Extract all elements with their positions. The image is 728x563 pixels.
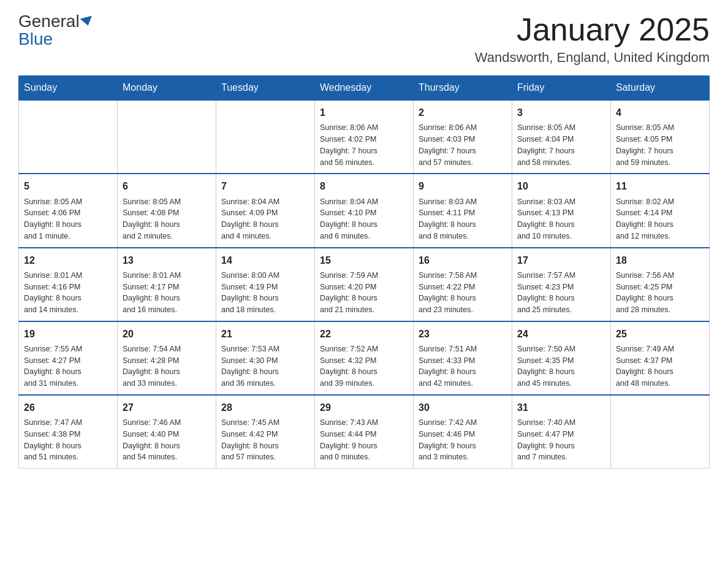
day-cell-23: 23Sunrise: 7:51 AM Sunset: 4:33 PM Dayli… <box>414 321 512 395</box>
day-cell-11: 11Sunrise: 8:02 AM Sunset: 4:14 PM Dayli… <box>611 174 710 247</box>
day-cell-9: 9Sunrise: 8:03 AM Sunset: 4:11 PM Daylig… <box>414 174 512 247</box>
day-number: 22 <box>320 327 408 341</box>
day-info: Sunrise: 7:56 AM Sunset: 4:25 PM Dayligh… <box>616 270 704 316</box>
day-info: Sunrise: 8:05 AM Sunset: 4:04 PM Dayligh… <box>517 122 605 168</box>
day-number: 29 <box>320 400 408 415</box>
day-info: Sunrise: 8:06 AM Sunset: 4:03 PM Dayligh… <box>419 122 507 168</box>
day-cell-12: 12Sunrise: 8:01 AM Sunset: 4:16 PM Dayli… <box>19 248 118 321</box>
day-number: 18 <box>616 253 704 267</box>
day-info: Sunrise: 7:50 AM Sunset: 4:35 PM Dayligh… <box>517 343 605 389</box>
day-cell-14: 14Sunrise: 8:00 AM Sunset: 4:19 PM Dayli… <box>216 248 315 321</box>
month-title: January 2025 <box>475 12 710 47</box>
day-number: 24 <box>517 327 605 341</box>
day-number: 27 <box>123 400 211 415</box>
day-number: 21 <box>221 327 309 341</box>
week-row-2: 5Sunrise: 8:05 AM Sunset: 4:06 PM Daylig… <box>19 174 710 247</box>
day-info: Sunrise: 8:04 AM Sunset: 4:10 PM Dayligh… <box>320 196 408 242</box>
day-number: 30 <box>419 400 507 415</box>
day-number: 13 <box>123 253 211 267</box>
day-info: Sunrise: 8:02 AM Sunset: 4:14 PM Dayligh… <box>616 196 704 242</box>
day-cell-26: 26Sunrise: 7:47 AM Sunset: 4:38 PM Dayli… <box>19 395 118 469</box>
day-info: Sunrise: 8:01 AM Sunset: 4:17 PM Dayligh… <box>123 270 211 316</box>
day-info: Sunrise: 7:59 AM Sunset: 4:20 PM Dayligh… <box>320 270 408 316</box>
day-number: 28 <box>221 400 309 415</box>
day-number: 6 <box>123 179 211 193</box>
day-cell-16: 16Sunrise: 7:58 AM Sunset: 4:22 PM Dayli… <box>414 248 512 321</box>
day-cell-27: 27Sunrise: 7:46 AM Sunset: 4:40 PM Dayli… <box>118 395 216 469</box>
day-number: 2 <box>419 105 507 120</box>
header-row: SundayMondayTuesdayWednesdayThursdayFrid… <box>19 76 710 101</box>
week-row-1: 1Sunrise: 8:06 AM Sunset: 4:02 PM Daylig… <box>19 100 710 174</box>
day-info: Sunrise: 8:01 AM Sunset: 4:16 PM Dayligh… <box>24 270 112 316</box>
empty-cell <box>216 100 315 174</box>
day-cell-24: 24Sunrise: 7:50 AM Sunset: 4:35 PM Dayli… <box>512 321 611 395</box>
header-cell-tuesday: Tuesday <box>216 76 315 101</box>
day-cell-21: 21Sunrise: 7:53 AM Sunset: 4:30 PM Dayli… <box>216 321 315 395</box>
day-cell-29: 29Sunrise: 7:43 AM Sunset: 4:44 PM Dayli… <box>315 395 414 469</box>
header-cell-saturday: Saturday <box>611 76 710 101</box>
week-row-5: 26Sunrise: 7:47 AM Sunset: 4:38 PM Dayli… <box>19 395 710 469</box>
empty-cell <box>19 100 118 174</box>
day-number: 1 <box>320 105 408 120</box>
header-cell-friday: Friday <box>512 76 611 101</box>
day-cell-31: 31Sunrise: 7:40 AM Sunset: 4:47 PM Dayli… <box>512 395 611 469</box>
empty-cell <box>118 100 216 174</box>
day-cell-30: 30Sunrise: 7:42 AM Sunset: 4:46 PM Dayli… <box>414 395 512 469</box>
calendar-table: SundayMondayTuesdayWednesdayThursdayFrid… <box>18 75 710 469</box>
day-cell-5: 5Sunrise: 8:05 AM Sunset: 4:06 PM Daylig… <box>19 174 118 247</box>
day-info: Sunrise: 7:57 AM Sunset: 4:23 PM Dayligh… <box>517 270 605 316</box>
day-cell-13: 13Sunrise: 8:01 AM Sunset: 4:17 PM Dayli… <box>118 248 216 321</box>
day-info: Sunrise: 8:05 AM Sunset: 4:08 PM Dayligh… <box>123 196 211 242</box>
day-info: Sunrise: 7:53 AM Sunset: 4:30 PM Dayligh… <box>221 343 309 389</box>
day-info: Sunrise: 7:55 AM Sunset: 4:27 PM Dayligh… <box>24 343 112 389</box>
logo-text-general: General <box>18 12 80 31</box>
day-number: 5 <box>24 179 112 193</box>
day-info: Sunrise: 8:06 AM Sunset: 4:02 PM Dayligh… <box>320 122 408 168</box>
day-number: 14 <box>221 253 309 267</box>
day-info: Sunrise: 7:47 AM Sunset: 4:38 PM Dayligh… <box>24 417 112 463</box>
day-number: 4 <box>616 105 704 120</box>
day-info: Sunrise: 8:03 AM Sunset: 4:13 PM Dayligh… <box>517 196 605 242</box>
logo-arrow-icon <box>80 16 94 28</box>
day-cell-3: 3Sunrise: 8:05 AM Sunset: 4:04 PM Daylig… <box>512 100 611 174</box>
header-cell-monday: Monday <box>118 76 216 101</box>
day-number: 7 <box>221 179 309 193</box>
day-cell-4: 4Sunrise: 8:05 AM Sunset: 4:05 PM Daylig… <box>611 100 710 174</box>
location: Wandsworth, England, United Kingdom <box>475 50 710 66</box>
day-number: 12 <box>24 253 112 267</box>
day-cell-1: 1Sunrise: 8:06 AM Sunset: 4:02 PM Daylig… <box>315 100 414 174</box>
page-header: General Blue January 2025 Wandsworth, En… <box>18 12 710 66</box>
day-number: 23 <box>419 327 507 341</box>
day-info: Sunrise: 7:52 AM Sunset: 4:32 PM Dayligh… <box>320 343 408 389</box>
day-info: Sunrise: 7:54 AM Sunset: 4:28 PM Dayligh… <box>123 343 211 389</box>
day-number: 25 <box>616 327 704 341</box>
day-info: Sunrise: 8:00 AM Sunset: 4:19 PM Dayligh… <box>221 270 309 316</box>
header-cell-thursday: Thursday <box>414 76 512 101</box>
day-number: 9 <box>419 179 507 193</box>
day-cell-2: 2Sunrise: 8:06 AM Sunset: 4:03 PM Daylig… <box>414 100 512 174</box>
logo-text-blue: Blue <box>18 30 53 49</box>
day-info: Sunrise: 7:42 AM Sunset: 4:46 PM Dayligh… <box>419 417 507 463</box>
day-cell-17: 17Sunrise: 7:57 AM Sunset: 4:23 PM Dayli… <box>512 248 611 321</box>
day-cell-22: 22Sunrise: 7:52 AM Sunset: 4:32 PM Dayli… <box>315 321 414 395</box>
day-info: Sunrise: 7:46 AM Sunset: 4:40 PM Dayligh… <box>123 417 211 463</box>
day-cell-8: 8Sunrise: 8:04 AM Sunset: 4:10 PM Daylig… <box>315 174 414 247</box>
day-number: 17 <box>517 253 605 267</box>
day-cell-7: 7Sunrise: 8:04 AM Sunset: 4:09 PM Daylig… <box>216 174 315 247</box>
day-cell-15: 15Sunrise: 7:59 AM Sunset: 4:20 PM Dayli… <box>315 248 414 321</box>
week-row-3: 12Sunrise: 8:01 AM Sunset: 4:16 PM Dayli… <box>19 248 710 321</box>
day-info: Sunrise: 8:05 AM Sunset: 4:05 PM Dayligh… <box>616 122 704 168</box>
day-cell-20: 20Sunrise: 7:54 AM Sunset: 4:28 PM Dayli… <box>118 321 216 395</box>
header-cell-wednesday: Wednesday <box>315 76 414 101</box>
day-info: Sunrise: 8:05 AM Sunset: 4:06 PM Dayligh… <box>24 196 112 242</box>
title-block: January 2025 Wandsworth, England, United… <box>475 12 710 66</box>
day-number: 8 <box>320 179 408 193</box>
day-info: Sunrise: 7:49 AM Sunset: 4:37 PM Dayligh… <box>616 343 704 389</box>
day-info: Sunrise: 7:45 AM Sunset: 4:42 PM Dayligh… <box>221 417 309 463</box>
day-info: Sunrise: 7:51 AM Sunset: 4:33 PM Dayligh… <box>419 343 507 389</box>
day-number: 3 <box>517 105 605 120</box>
header-cell-sunday: Sunday <box>19 76 118 101</box>
day-number: 11 <box>616 179 704 193</box>
day-number: 15 <box>320 253 408 267</box>
day-info: Sunrise: 7:43 AM Sunset: 4:44 PM Dayligh… <box>320 417 408 463</box>
